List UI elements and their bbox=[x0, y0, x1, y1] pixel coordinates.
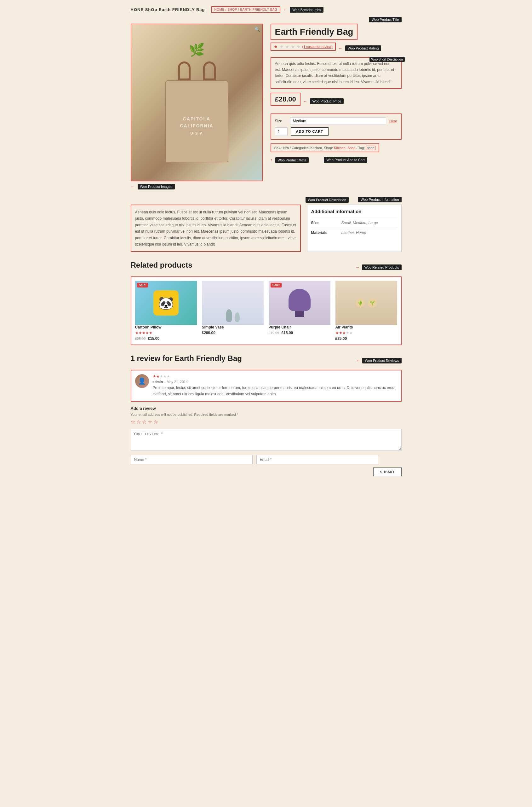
rating-annotation: Woo Product Rating bbox=[345, 45, 381, 51]
vase-1 bbox=[226, 309, 232, 322]
related-annotation: Woo Related Products bbox=[362, 264, 402, 270]
product-card-chair[interactable]: Sale! Purple Chair £19.99 £15.00 bbox=[269, 281, 330, 341]
related-products-grid: Sale! 🐼 Cartoon Pillow ★★★★★ £25.00 £15.… bbox=[131, 276, 402, 345]
breadcrumbs[interactable]: HOME / SHOP / EARTH FRIENDLY BAG bbox=[211, 6, 281, 13]
reviews-arrow: ← bbox=[356, 358, 360, 363]
star-3[interactable]: ★ bbox=[285, 44, 289, 49]
info-materials-key: Materials bbox=[311, 231, 336, 235]
product-description: Aenean quis odio lectus. Fusce et est ut… bbox=[131, 205, 301, 252]
categories-text: Categories: Kitchen, Shop bbox=[292, 146, 332, 150]
vase-image bbox=[202, 281, 264, 325]
chair-image: Sale! bbox=[269, 281, 330, 325]
review-count-link[interactable]: (1 customer review) bbox=[302, 45, 333, 49]
reviewer-name-input[interactable] bbox=[131, 455, 253, 464]
search-icon[interactable]: 🔍 bbox=[254, 27, 260, 32]
chair-base bbox=[295, 311, 304, 317]
add-to-cart-button[interactable]: ADD TO CART bbox=[291, 127, 329, 135]
info-size-key: Size bbox=[311, 221, 336, 225]
product-card-plants[interactable]: 🌵 🌱 Air Plants ★★★★★ £25.00 bbox=[336, 281, 397, 341]
add-review-note: Your email address will not be published… bbox=[131, 412, 402, 417]
rating-select[interactable]: ☆ ☆ ☆ ☆ ☆ bbox=[131, 419, 402, 425]
star-5[interactable]: ★ bbox=[297, 44, 301, 49]
submit-review-button[interactable]: SUBMIT bbox=[373, 467, 402, 476]
chair-seat bbox=[288, 289, 310, 311]
vase-name: Simple Vase bbox=[202, 325, 264, 329]
product-card-pillow[interactable]: Sale! 🐼 Cartoon Pillow ★★★★★ £25.00 £15.… bbox=[135, 281, 197, 341]
rating-star-1[interactable]: ☆ bbox=[131, 419, 135, 425]
add-to-cart-annotation: Woo Product Add to Cart bbox=[324, 157, 367, 163]
category-kitchen[interactable]: Kitchen bbox=[334, 146, 345, 150]
bag-flowers-decoration: 🌿 bbox=[189, 42, 205, 57]
rating-star-5[interactable]: ☆ bbox=[153, 419, 158, 425]
review-textarea[interactable] bbox=[131, 429, 402, 451]
review-meta: admin – May 21, 2014 bbox=[153, 380, 397, 384]
review-stars: ★★★★★ bbox=[153, 374, 397, 379]
product-images-annotation-row: ← Woo Product Images bbox=[131, 184, 263, 189]
reviewer-avatar: 👤 bbox=[135, 374, 149, 388]
reviewer-name: admin bbox=[153, 380, 163, 384]
size-select[interactable]: Medium Small Large bbox=[290, 117, 386, 125]
rating-star-3[interactable]: ☆ bbox=[142, 419, 147, 425]
plant-1: 🌵 bbox=[356, 298, 365, 308]
panda-decoration: 🐼 bbox=[153, 290, 178, 315]
quantity-input[interactable] bbox=[275, 127, 288, 136]
category-shop[interactable]: Shop bbox=[347, 146, 356, 150]
vase-price: £200.00 bbox=[202, 331, 264, 335]
vase-2 bbox=[235, 312, 240, 322]
price-annotation: Woo Product Price bbox=[310, 98, 344, 104]
sku-text: SKU: N/A bbox=[274, 146, 289, 150]
review-date: May 21, 2014 bbox=[167, 380, 188, 384]
info-row-materials: Materials Leather, Hemp bbox=[311, 227, 398, 237]
bag-handle-right bbox=[203, 61, 216, 80]
bag-body: CAPITOLACALIFORNIAU S A bbox=[165, 80, 228, 162]
product-title: Earth Friendly Bag bbox=[270, 24, 358, 40]
related-arrow: ← bbox=[356, 265, 360, 270]
add-review-title: Add a review bbox=[131, 406, 402, 411]
chair-old-price: £19.99 bbox=[269, 331, 279, 335]
product-meta: SKU: N/A / Categories: Kitchen, Shop: Ki… bbox=[270, 143, 379, 152]
review-separator: – bbox=[164, 380, 167, 384]
review-text: Proin tempor, lectus sit amet consectetu… bbox=[153, 385, 397, 397]
product-info-annotation: Woo Product Information bbox=[358, 197, 401, 202]
meta-annotation: Woo Product Meta bbox=[275, 157, 309, 163]
reviewer-email-input[interactable] bbox=[256, 455, 378, 464]
product-title-annotation: Woo Product Title bbox=[369, 17, 402, 22]
product-image: 🔍 🌿 CAPITOLACALIFORNIAU S A bbox=[131, 24, 263, 181]
rating-star-2[interactable]: ☆ bbox=[136, 419, 141, 425]
short-description-annotation: Woo Short Description bbox=[369, 57, 405, 62]
chair-price: £19.99 £15.00 bbox=[269, 331, 330, 335]
bag-handle-left bbox=[178, 61, 191, 80]
product-desc-annotation: Woo Product Description bbox=[306, 197, 349, 203]
chair-new-price: £15.00 bbox=[282, 331, 293, 335]
review-item: 👤 ★★★★★ admin – May 21, 2014 Proin tempo… bbox=[131, 370, 402, 401]
product-images-arrow: ← bbox=[131, 184, 135, 189]
add-review-section: Add a review Your email address will not… bbox=[131, 406, 402, 476]
star-1[interactable]: ★ bbox=[274, 44, 278, 49]
tag-label: Tag: bbox=[358, 146, 365, 150]
chair-name: Purple Chair bbox=[269, 325, 330, 329]
meta-arrow: ↑ bbox=[270, 157, 273, 163]
rating-star-4[interactable]: ☆ bbox=[148, 419, 152, 425]
pillow-price: £25.00 £15.00 bbox=[135, 336, 197, 341]
pillow-new-price: £15.00 bbox=[148, 336, 160, 341]
plants-new-price: £25.00 bbox=[336, 336, 347, 341]
breadcrumbs-arrow: ← bbox=[283, 7, 287, 12]
reviews-annotation: Woo Product Reviews bbox=[362, 358, 401, 364]
pillow-old-price: £25.00 bbox=[135, 337, 146, 341]
pillow-name: Cartoon Pillow bbox=[135, 325, 197, 329]
star-2[interactable]: ★ bbox=[280, 44, 284, 49]
short-description: Aenean quis odio lectus. Fusce et est ut… bbox=[270, 57, 402, 89]
rating-arrow: ← bbox=[338, 46, 343, 51]
product-rating: ★ ★ ★ ★ ★ (1 customer review) bbox=[270, 42, 336, 51]
related-products-title: Related products bbox=[131, 261, 192, 270]
clear-link[interactable]: Clear bbox=[389, 119, 397, 123]
bag-text: CAPITOLACALIFORNIAU S A bbox=[180, 115, 213, 136]
star-4[interactable]: ★ bbox=[291, 44, 295, 49]
pillow-sale-badge: Sale! bbox=[137, 283, 148, 288]
product-card-vase[interactable]: Simple Vase £200.00 bbox=[202, 281, 264, 341]
plants-name: Air Plants bbox=[336, 325, 397, 329]
site-title: HONE ShOp Earth FRIENDLY Bag bbox=[131, 7, 205, 12]
tag-value[interactable]: none bbox=[366, 146, 375, 150]
breadcrumbs-annotation: Woo Breadcrumbs bbox=[290, 7, 323, 13]
add-to-cart-box: Size Medium Small Large Clear ADD TO CAR… bbox=[270, 113, 402, 140]
